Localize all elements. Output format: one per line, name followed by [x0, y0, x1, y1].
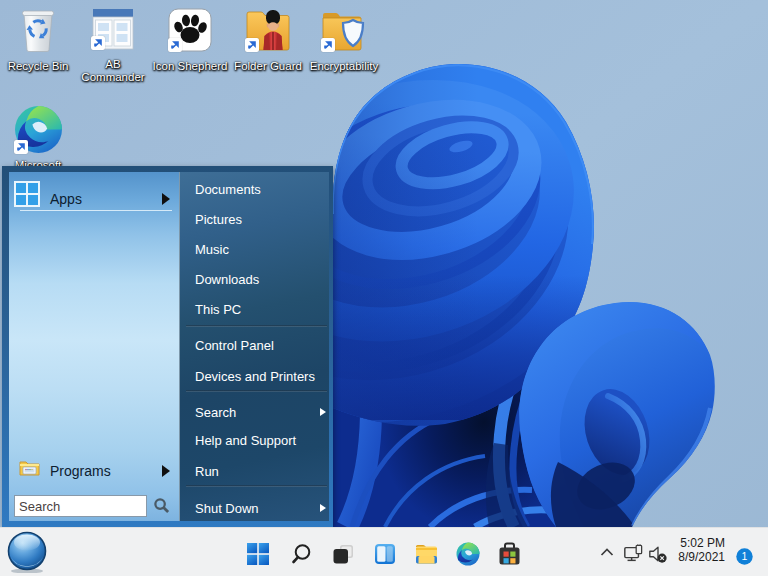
svg-text:1: 1 — [742, 550, 748, 562]
